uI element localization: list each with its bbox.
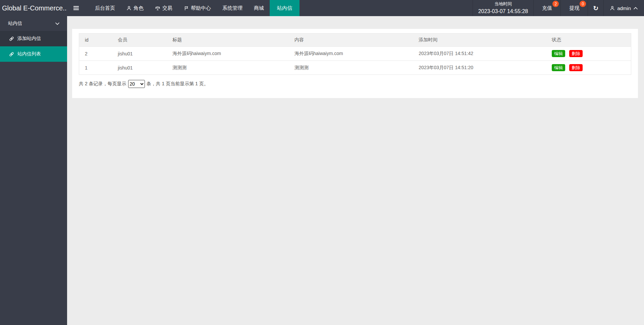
cell-time: 2023年03月07日 14:51:20 — [413, 61, 546, 75]
top-nav: 后台首页 角色 交易 帮助中心 系统管理 商城 站内信 — [89, 0, 300, 16]
cell-id: 1 — [79, 61, 112, 75]
local-time-value: 2023-03-07 14:55:28 — [478, 7, 528, 15]
flag-icon — [184, 6, 189, 11]
username: admin — [617, 5, 631, 11]
local-time: 当地时间 2023-03-07 14:55:28 — [473, 0, 534, 16]
sidebar-toggle-button[interactable] — [67, 0, 85, 16]
local-time-label: 当地时间 — [494, 1, 512, 7]
message-table: id 会员 标题 内容 添加时间 状态 2 jishu01 海外源码haiwai… — [79, 33, 631, 75]
person-icon — [126, 6, 131, 11]
app-logo: Global E-Commerce... — [0, 0, 67, 16]
nav-item-label: 交易 — [162, 5, 172, 11]
sidebar-item-add-message[interactable]: 添加站内信 — [0, 31, 67, 46]
cell-member: jishu01 — [112, 61, 167, 75]
column-header-time: 添加时间 — [413, 34, 546, 47]
pagination-bar: 共 2 条记录，每页显示 20 条，共 1 页当前显示第 1 页。 — [79, 80, 631, 88]
link-icon — [9, 36, 14, 41]
table-header-row: id 会员 标题 内容 添加时间 状态 — [79, 34, 631, 47]
nav-item-label: 角色 — [133, 5, 144, 11]
top-header: Global E-Commerce... 后台首页 角色 交易 — [0, 0, 644, 16]
hamburger-icon — [73, 5, 79, 11]
withdraw-button[interactable]: 提现 0 — [560, 0, 588, 16]
table-row: 2 jishu01 海外源码haiwaiym.com 海外源码haiwaiym.… — [79, 47, 631, 61]
sidebar-group-messages[interactable]: 站内信 — [0, 16, 67, 31]
chevron-down-icon — [55, 22, 60, 25]
cell-id: 2 — [79, 47, 112, 61]
link-icon — [9, 52, 14, 57]
nav-item-messages[interactable]: 站内信 — [270, 0, 300, 16]
cell-actions: 编辑 删除 — [546, 61, 631, 75]
sidebar-item-label: 添加站内信 — [17, 36, 41, 42]
sidebar: 站内信 添加站内信 站内信列表 — [0, 16, 67, 325]
delete-button[interactable]: 删除 — [569, 50, 583, 57]
main-content: id 会员 标题 内容 添加时间 状态 2 jishu01 海外源码haiwai… — [67, 0, 644, 325]
cell-actions: 编辑 删除 — [546, 47, 631, 61]
nav-item-system[interactable]: 系统管理 — [217, 0, 248, 16]
nav-item-help-center[interactable]: 帮助中心 — [178, 0, 217, 16]
withdraw-badge: 0 — [580, 1, 586, 7]
scales-icon — [155, 6, 160, 11]
nav-item-roles[interactable]: 角色 — [121, 0, 149, 16]
nav-item-mall[interactable]: 商城 — [248, 0, 270, 16]
cell-time: 2023年03月07日 14:51:42 — [413, 47, 546, 61]
withdraw-label: 提现 — [569, 5, 579, 11]
cell-title: 海外源码haiwaiym.com — [167, 47, 289, 61]
delete-button[interactable]: 删除 — [569, 64, 583, 71]
column-header-status: 状态 — [546, 34, 631, 47]
message-list-card: id 会员 标题 内容 添加时间 状态 2 jishu01 海外源码haiwai… — [72, 29, 638, 98]
cell-member: jishu01 — [112, 47, 167, 61]
cell-title: 测测测 — [167, 61, 289, 75]
column-header-member: 会员 — [112, 34, 167, 47]
refresh-button[interactable]: ↻ — [588, 0, 603, 16]
cell-content: 海外源码haiwaiym.com — [289, 47, 413, 61]
recharge-label: 充值 — [542, 5, 552, 11]
nav-item-label: 商城 — [254, 5, 264, 11]
recharge-badge: 2 — [552, 1, 559, 7]
top-right-section: 当地时间 2023-03-07 14:55:28 充值 2 提现 0 ↻ adm… — [473, 0, 644, 16]
edit-button[interactable]: 编辑 — [552, 50, 565, 57]
refresh-icon: ↻ — [593, 4, 598, 12]
nav-item-label: 站内信 — [277, 5, 292, 11]
cell-content: 测测测 — [289, 61, 413, 75]
edit-button[interactable]: 编辑 — [552, 64, 565, 71]
column-header-content: 内容 — [289, 34, 413, 47]
chevron-up-icon — [633, 7, 638, 10]
sidebar-group-label: 站内信 — [8, 20, 22, 27]
nav-item-label: 系统管理 — [222, 5, 243, 11]
column-header-title: 标题 — [167, 34, 289, 47]
sidebar-item-message-list[interactable]: 站内信列表 — [0, 46, 67, 62]
nav-item-dashboard[interactable]: 后台首页 — [89, 0, 121, 16]
nav-item-label: 帮助中心 — [191, 5, 211, 11]
page-size-select[interactable]: 20 — [128, 80, 145, 88]
nav-item-label: 后台首页 — [95, 5, 115, 11]
sidebar-item-label: 站内信列表 — [17, 51, 41, 57]
table-row: 1 jishu01 测测测 测测测 2023年03月07日 14:51:20 编… — [79, 61, 631, 75]
column-header-id: id — [79, 34, 112, 47]
nav-item-transactions[interactable]: 交易 — [149, 0, 178, 16]
user-menu[interactable]: admin — [603, 0, 644, 16]
person-icon — [610, 6, 615, 11]
pagination-prefix: 共 2 条记录，每页显示 — [79, 81, 126, 87]
recharge-button[interactable]: 充值 2 — [533, 0, 560, 16]
pagination-suffix: 条，共 1 页当前显示第 1 页。 — [147, 81, 209, 87]
